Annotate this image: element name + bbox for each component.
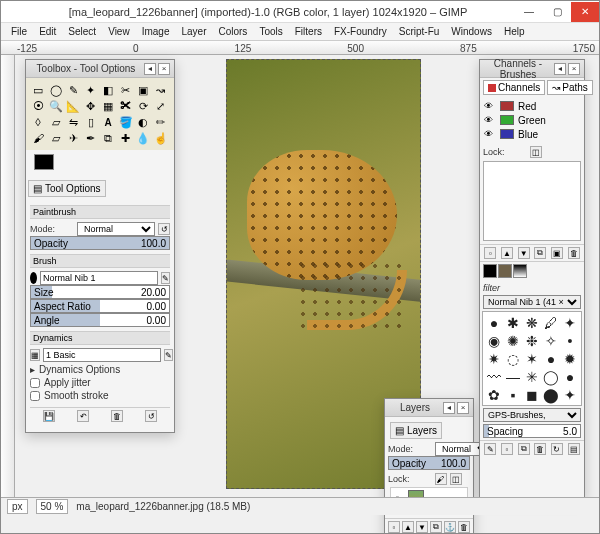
- tool-airbrush[interactable]: ✈: [65, 130, 81, 146]
- brush-preset[interactable]: ✳: [523, 368, 541, 385]
- palette-swatch[interactable]: [498, 264, 512, 278]
- brush-preset[interactable]: ✱: [504, 314, 522, 331]
- channel-visibility-icon[interactable]: [484, 128, 496, 140]
- delete-layer-icon[interactable]: 🗑: [458, 521, 470, 533]
- lower-channel-icon[interactable]: ▼: [518, 247, 530, 259]
- brush-preset[interactable]: ◯: [542, 368, 560, 385]
- tool-gradient[interactable]: ◐: [135, 114, 151, 130]
- panel-menu-icon[interactable]: ◂: [443, 402, 455, 414]
- tool-by-color[interactable]: ◧: [100, 82, 116, 98]
- zoom-select[interactable]: 50 %: [36, 499, 69, 514]
- raise-layer-icon[interactable]: ▲: [402, 521, 414, 533]
- delete-channel-icon[interactable]: 🗑: [568, 247, 580, 259]
- window-maximize-button[interactable]: ▢: [543, 2, 571, 22]
- new-layer-icon[interactable]: ▫: [388, 521, 400, 533]
- save-options-icon[interactable]: 💾: [43, 410, 55, 422]
- paths-tab[interactable]: ↝Paths: [547, 80, 593, 95]
- channel-green[interactable]: Green: [482, 113, 582, 127]
- tool-options-tab[interactable]: ▤ Tool Options: [28, 180, 106, 197]
- menu-windows[interactable]: Windows: [445, 25, 498, 38]
- tool-measure[interactable]: 📐: [65, 98, 81, 114]
- tool-scissors[interactable]: ✂: [118, 82, 134, 98]
- tool-perspective[interactable]: ▱: [48, 114, 64, 130]
- tool-fuzzy-select[interactable]: ✦: [83, 82, 99, 98]
- menu-select[interactable]: Select: [62, 25, 102, 38]
- tool-ink[interactable]: ✒: [83, 130, 99, 146]
- brush-preset[interactable]: ◌: [504, 350, 522, 367]
- brush-info-select[interactable]: Normal Nib 1 (41 × 41): [483, 295, 581, 309]
- tool-zoom[interactable]: 🔍: [48, 98, 64, 114]
- menu-view[interactable]: View: [102, 25, 136, 38]
- tool-rect-select[interactable]: ▭: [30, 82, 46, 98]
- menu-tools[interactable]: Tools: [253, 25, 288, 38]
- brush-preset[interactable]: ▪: [504, 386, 522, 403]
- new-brush-icon[interactable]: ▫: [501, 443, 513, 455]
- spacing-slider[interactable]: Spacing 5.0: [483, 424, 581, 438]
- tool-heal[interactable]: ✚: [118, 130, 134, 146]
- brush-preset[interactable]: ❉: [523, 332, 541, 349]
- tool-bucket[interactable]: 🪣: [118, 114, 134, 130]
- tool-eraser[interactable]: ▱: [48, 130, 64, 146]
- tool-text[interactable]: A: [100, 114, 116, 130]
- channel-red[interactable]: Red: [482, 99, 582, 113]
- brush-preset[interactable]: •: [561, 332, 579, 349]
- delete-options-icon[interactable]: 🗑: [111, 410, 123, 422]
- dynamics-field[interactable]: [43, 348, 161, 362]
- layers-tab[interactable]: ▤Layers: [390, 422, 442, 439]
- channel-blue[interactable]: Blue: [482, 127, 582, 141]
- angle-slider[interactable]: Angle 0.00: [30, 313, 170, 327]
- brush-preset[interactable]: ●: [485, 314, 503, 331]
- panel-close-icon[interactable]: ×: [457, 402, 469, 414]
- mode-select[interactable]: Normal: [77, 222, 155, 236]
- foreground-color-swatch[interactable]: [34, 154, 54, 170]
- channels-tab[interactable]: Channels: [483, 80, 545, 95]
- edit-brush-icon[interactable]: ✎: [484, 443, 496, 455]
- brush-preset[interactable]: ✺: [504, 332, 522, 349]
- tool-foreground[interactable]: ▣: [135, 82, 151, 98]
- tool-free-select[interactable]: ✎: [65, 82, 81, 98]
- brush-preset[interactable]: ✷: [485, 350, 503, 367]
- lower-layer-icon[interactable]: ▼: [416, 521, 428, 533]
- tool-crop[interactable]: ✀: [118, 98, 134, 114]
- palette-swatch[interactable]: [513, 264, 527, 278]
- panel-menu-icon[interactable]: ◂: [144, 63, 156, 75]
- open-as-image-icon[interactable]: ▤: [568, 443, 580, 455]
- window-close-button[interactable]: ✕: [571, 2, 599, 22]
- tool-move[interactable]: ✥: [83, 98, 99, 114]
- brush-preset[interactable]: ◼: [523, 386, 541, 403]
- reset-options-icon[interactable]: ↺: [145, 410, 157, 422]
- duplicate-channel-icon[interactable]: ⧉: [534, 247, 546, 259]
- expand-icon[interactable]: ▸: [30, 364, 35, 375]
- duplicate-layer-icon[interactable]: ⧉: [430, 521, 442, 533]
- brush-edit-icon[interactable]: ✎: [161, 272, 170, 284]
- brush-preset[interactable]: ✦: [561, 386, 579, 403]
- menu-image[interactable]: Image: [136, 25, 176, 38]
- apply-jitter-checkbox[interactable]: [30, 378, 40, 388]
- channel-visibility-icon[interactable]: [484, 114, 496, 126]
- menu-script-fu[interactable]: Script-Fu: [393, 25, 446, 38]
- brush-preset[interactable]: ⬤: [542, 386, 560, 403]
- tool-shear[interactable]: ◊: [30, 114, 46, 130]
- panel-close-icon[interactable]: ×: [568, 63, 580, 75]
- tool-clone[interactable]: ⧉: [100, 130, 116, 146]
- menu-layer[interactable]: Layer: [175, 25, 212, 38]
- palette-swatch[interactable]: [483, 264, 497, 278]
- panel-close-icon[interactable]: ×: [158, 63, 170, 75]
- tool-cage[interactable]: ▯: [83, 114, 99, 130]
- brush-preset[interactable]: ●: [542, 350, 560, 367]
- delete-brush-icon[interactable]: 🗑: [534, 443, 546, 455]
- brush-preset[interactable]: 〰: [485, 368, 503, 385]
- menu-help[interactable]: Help: [498, 25, 531, 38]
- channel-lock-icon[interactable]: ◫: [530, 146, 542, 158]
- brush-name-field[interactable]: [40, 271, 158, 285]
- brush-preset[interactable]: ✶: [523, 350, 541, 367]
- panel-menu-icon[interactable]: ◂: [554, 63, 566, 75]
- unit-select[interactable]: px: [7, 499, 28, 514]
- menu-fx-foundry[interactable]: FX-Foundry: [328, 25, 393, 38]
- new-channel-icon[interactable]: ▫: [484, 247, 496, 259]
- tool-paintbrush[interactable]: 🖌: [30, 130, 46, 146]
- tool-align[interactable]: ▦: [100, 98, 116, 114]
- brush-preset[interactable]: ✦: [561, 314, 579, 331]
- opacity-slider[interactable]: Opacity 100.0: [30, 236, 170, 250]
- anchor-layer-icon[interactable]: ⚓: [444, 521, 456, 533]
